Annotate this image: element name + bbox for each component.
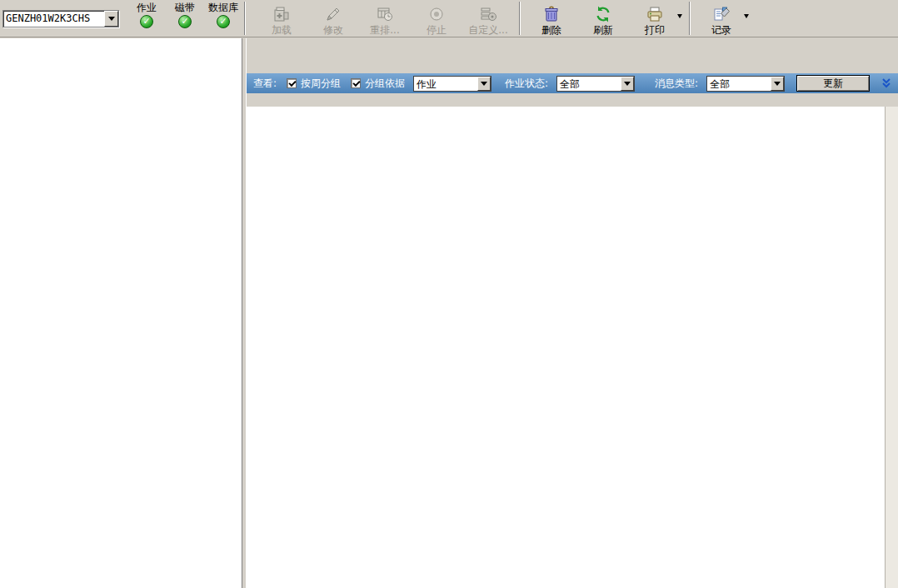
group-by-checkbox[interactable] [351, 78, 361, 88]
group-by-select-dropdown-button[interactable] [477, 77, 491, 91]
job-status-label: 作业状态: [505, 77, 548, 91]
message-type-select-dropdown-button[interactable] [771, 77, 784, 91]
toolbar-dropdown-arrow[interactable] [744, 18, 749, 30]
toolbar-button-label: 加载 [272, 24, 292, 36]
green-check-icon: ✓ [217, 15, 230, 28]
engine-status-chip: 作业✓ [131, 2, 162, 37]
modify-button: 修改 [307, 2, 359, 36]
chevron-down-icon [677, 14, 682, 30]
refresh-button[interactable]: 刷新 [577, 2, 629, 36]
chevron-down-icon [774, 82, 781, 86]
delete-icon [541, 4, 561, 24]
refresh-icon [593, 4, 613, 24]
toolbar-button-label: 记录 [711, 24, 731, 36]
group-by-select[interactable]: 作业 [413, 76, 491, 92]
view-tabstrip [247, 38, 898, 73]
stop-icon [427, 4, 447, 24]
message-type-label: 消息类型: [655, 77, 698, 91]
toolbar-button-label: 重排... [370, 24, 399, 36]
toolbar-separator [519, 2, 521, 35]
toolbar-button-label: 修改 [323, 24, 343, 36]
chevron-down-icon [624, 82, 631, 86]
toolbar-separator [689, 2, 691, 35]
chevron-down-icon [744, 14, 749, 30]
toolbar-button-group: 记录 [696, 0, 751, 37]
toolbar-dropdown-arrow[interactable] [677, 18, 682, 30]
engine-status-chip: 数据库✓ [207, 2, 239, 37]
engine-status-group: 作业✓磁带✓数据库✓ [131, 2, 239, 37]
toolbar-button-group: 打印 [629, 0, 684, 37]
activity-log-list [247, 107, 885, 588]
reschedule-icon [375, 4, 395, 24]
print-icon [645, 4, 665, 24]
engine-status-label: 作业 [137, 2, 157, 13]
domain-tree-panel [0, 38, 242, 588]
green-check-icon: ✓ [178, 15, 192, 28]
delete-button[interactable]: 删除 [526, 2, 577, 36]
server-combobox[interactable]: GENZH01W2K3CHS [2, 10, 119, 27]
group-by-week-checkbox[interactable] [287, 78, 297, 88]
print-button[interactable]: 打印 [629, 2, 681, 36]
toolbar-button-group: 自定义... [462, 0, 514, 37]
green-check-icon: ✓ [140, 15, 153, 28]
chevron-down-icon [481, 82, 487, 86]
load-icon [272, 4, 292, 24]
toolbar-buttons: 加载修改重排...停止自定义...删除刷新打印记录 [256, 0, 751, 37]
toolbar-separator [244, 2, 246, 35]
engine-status-label: 数据库 [208, 2, 238, 13]
server-combobox-value: GENZH01W2K3CHS [3, 11, 104, 27]
job-status-select[interactable]: 全部 [556, 76, 635, 92]
load-button: 加载 [256, 2, 307, 36]
filter-bar: 查看: 按周分组 分组依据 作业 作业状态: 全部 消息类型: 全部 更新 [247, 73, 898, 93]
view-label: 查看: [253, 77, 277, 91]
stop-button: 停止 [411, 2, 462, 36]
update-button[interactable]: 更新 [796, 75, 870, 92]
vertical-scrollbar[interactable] [885, 107, 898, 588]
toolbar-button-group: 修改 [307, 0, 359, 37]
toolbar-button-label: 停止 [427, 24, 447, 36]
main-toolbar: GENZH01W2K3CHS 作业✓磁带✓数据库✓ 加载修改重排...停止自定义… [0, 0, 898, 37]
customize-button: 自定义... [462, 2, 514, 36]
modify-icon [323, 4, 343, 24]
reschedule-button: 重排... [359, 2, 411, 36]
toolbar-button-group: 停止 [411, 0, 462, 37]
message-type-select[interactable]: 全部 [706, 76, 785, 92]
collapse-filter-chevron-icon[interactable] [879, 76, 894, 91]
toolbar-button-group: 加载 [256, 0, 307, 37]
server-combobox-dropdown-button[interactable] [104, 11, 118, 27]
toolbar-button-label: 自定义... [468, 24, 507, 36]
toolbar-button-label: 刷新 [593, 24, 613, 36]
group-by-label: 分组依据 [365, 77, 405, 91]
chevron-down-icon [108, 17, 115, 21]
engine-status-chip: 磁带✓ [169, 2, 201, 37]
toolbar-button-label: 删除 [541, 24, 561, 36]
job-status-select-dropdown-button[interactable] [621, 77, 634, 91]
group-by-week-label: 按周分组 [301, 77, 341, 91]
toolbar-button-group: 刷新 [577, 0, 629, 37]
record-icon [711, 4, 731, 24]
toolbar-button-group: 删除 [526, 0, 577, 37]
message-type-select-value: 全部 [707, 77, 771, 91]
toolbar-button-label: 打印 [645, 24, 665, 36]
engine-status-label: 磁带 [175, 2, 195, 13]
job-status-select-value: 全部 [557, 77, 621, 91]
toolbar-button-group: 重排... [359, 0, 411, 37]
group-by-select-value: 作业 [414, 77, 477, 91]
record-button[interactable]: 记录 [696, 2, 747, 36]
log-column-headers [247, 93, 898, 107]
customize-icon [478, 4, 498, 24]
